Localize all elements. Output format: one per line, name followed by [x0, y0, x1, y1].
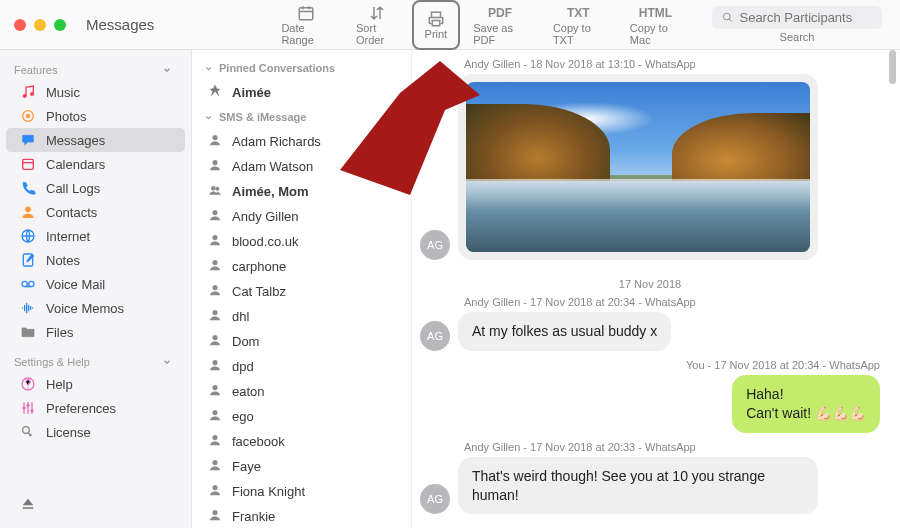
titlebar: Messages Date Range Sort Order Print PDF…: [0, 0, 900, 50]
conversation-item[interactable]: Adam Richards: [192, 129, 411, 154]
settings-header: Settings & Help: [0, 350, 191, 372]
conversation-item[interactable]: dpd: [192, 354, 411, 379]
globe-icon: [20, 228, 36, 244]
search-input[interactable]: [739, 10, 872, 25]
svg-point-31: [213, 435, 218, 440]
sidebar-item-music[interactable]: Music: [6, 80, 185, 104]
help-icon: [20, 376, 36, 392]
html-icon: HTML: [639, 4, 672, 22]
conversation-item[interactable]: Faye: [192, 454, 411, 479]
save-pdf-button[interactable]: PDF Save as PDF: [460, 0, 540, 50]
svg-rect-1: [432, 20, 440, 25]
sms-header[interactable]: SMS & iMessage: [192, 105, 411, 129]
pinned-header[interactable]: Pinned Conversations: [192, 56, 411, 80]
sidebar-item-label: Calendars: [46, 157, 105, 172]
sidebar-item-notes[interactable]: Notes: [6, 248, 185, 272]
sidebar-item-call logs[interactable]: Call Logs: [6, 176, 185, 200]
svg-point-12: [29, 281, 34, 286]
date-range-button[interactable]: Date Range: [268, 0, 343, 50]
copy-txt-button[interactable]: TXT Copy to TXT: [540, 0, 617, 50]
svg-point-16: [31, 409, 34, 412]
conversation-item[interactable]: Aimée, Mom: [192, 179, 411, 204]
eject-icon: [20, 496, 36, 512]
message-bubble[interactable]: At my folkes as usual buddy x: [458, 312, 671, 351]
license-icon: [20, 424, 36, 440]
sidebar-item-calendars[interactable]: Calendars: [6, 152, 185, 176]
message-meta: Andy Gillen - 17 Nov 2018 at 20:33 - Wha…: [420, 441, 880, 457]
svg-point-26: [213, 310, 218, 315]
svg-point-28: [213, 360, 218, 365]
sidebar-item-help[interactable]: Help: [6, 372, 185, 396]
sidebar-item-messages[interactable]: Messages: [6, 128, 185, 152]
conversation-list: Pinned Conversations Aimée SMS & iMessag…: [192, 50, 412, 528]
date-divider: 17 Nov 2018: [420, 268, 880, 296]
conversation-item[interactable]: facebook: [192, 429, 411, 454]
messages-icon: [20, 132, 36, 148]
person-icon: [208, 233, 222, 250]
sidebar-item-internet[interactable]: Internet: [6, 224, 185, 248]
sidebar-item-license[interactable]: License: [6, 420, 185, 444]
txt-icon: TXT: [567, 4, 590, 22]
sidebar-item-label: Help: [46, 377, 73, 392]
svg-point-29: [213, 385, 218, 390]
contacts-icon: [20, 204, 36, 220]
phone-icon: [20, 180, 36, 196]
message-row: AG: [420, 74, 880, 260]
eject-button[interactable]: [6, 492, 185, 520]
search-box[interactable]: [712, 6, 882, 29]
conversation-item[interactable]: Andy Gillen: [192, 204, 411, 229]
message-bubble[interactable]: That's weird though! See you at 10 you s…: [458, 457, 818, 515]
svg-point-25: [213, 285, 218, 290]
search-icon: [722, 11, 733, 24]
svg-point-2: [723, 13, 730, 20]
sidebar-item-label: Internet: [46, 229, 90, 244]
svg-point-19: [213, 160, 218, 165]
svg-point-14: [23, 407, 26, 410]
person-icon: [208, 258, 222, 275]
conversation-item[interactable]: eaton: [192, 379, 411, 404]
sidebar-item-label: Voice Mail: [46, 277, 105, 292]
message-meta: You - 17 Nov 2018 at 20:34 - WhatsApp: [686, 359, 880, 375]
sort-order-button[interactable]: Sort Order: [343, 0, 412, 50]
person-icon: [208, 333, 222, 350]
svg-point-30: [213, 410, 218, 415]
copy-mac-button[interactable]: HTML Copy to Mac: [617, 0, 694, 50]
conversation-item[interactable]: ego: [192, 404, 411, 429]
conversation-item[interactable]: blood.co.uk: [192, 229, 411, 254]
svg-point-21: [216, 187, 220, 191]
scrollbar-thumb[interactable]: [889, 50, 896, 84]
message-row: AG At my folkes as usual buddy x: [420, 312, 880, 351]
chevron-down-icon[interactable]: [157, 65, 177, 75]
conversation-item[interactable]: Cat Talbz: [192, 279, 411, 304]
conversation-item[interactable]: Dom: [192, 329, 411, 354]
zoom-dot[interactable]: [54, 19, 66, 31]
sidebar-item-files[interactable]: Files: [6, 320, 185, 344]
conversation-item[interactable]: Adam Watson: [192, 154, 411, 179]
photo-attachment[interactable]: [466, 82, 810, 252]
sidebar-item-preferences[interactable]: Preferences: [6, 396, 185, 420]
sidebar-item-voice mail[interactable]: Voice Mail: [6, 272, 185, 296]
search-label: Search: [770, 31, 825, 43]
conversation-item[interactable]: Fiona Knight: [192, 479, 411, 504]
wave-icon: [20, 300, 36, 316]
conversation-item[interactable]: Aimée: [192, 80, 411, 105]
calendars-icon: [20, 156, 36, 172]
image-bubble[interactable]: [458, 74, 818, 260]
sidebar-item-contacts[interactable]: Contacts: [6, 200, 185, 224]
conversation-item[interactable]: Frankie: [192, 504, 411, 528]
sidebar-item-label: Call Logs: [46, 181, 100, 196]
chevron-down-icon[interactable]: [157, 357, 177, 367]
close-dot[interactable]: [14, 19, 26, 31]
pdf-icon: PDF: [488, 4, 512, 22]
sidebar-item-label: License: [46, 425, 91, 440]
sidebar-item-voice memos[interactable]: Voice Memos: [6, 296, 185, 320]
print-button[interactable]: Print: [412, 0, 461, 50]
minimize-dot[interactable]: [34, 19, 46, 31]
message-bubble-outgoing[interactable]: Haha! Can't wait! 💪🏻💪🏻💪🏻: [732, 375, 880, 433]
sidebar-item-label: Voice Memos: [46, 301, 124, 316]
conversation-item[interactable]: dhl: [192, 304, 411, 329]
message-meta: Andy Gillen - 17 Nov 2018 at 20:34 - Wha…: [420, 296, 880, 312]
conversation-item[interactable]: carphone: [192, 254, 411, 279]
sidebar-item-photos[interactable]: Photos: [6, 104, 185, 128]
sidebar-item-label: Files: [46, 325, 73, 340]
